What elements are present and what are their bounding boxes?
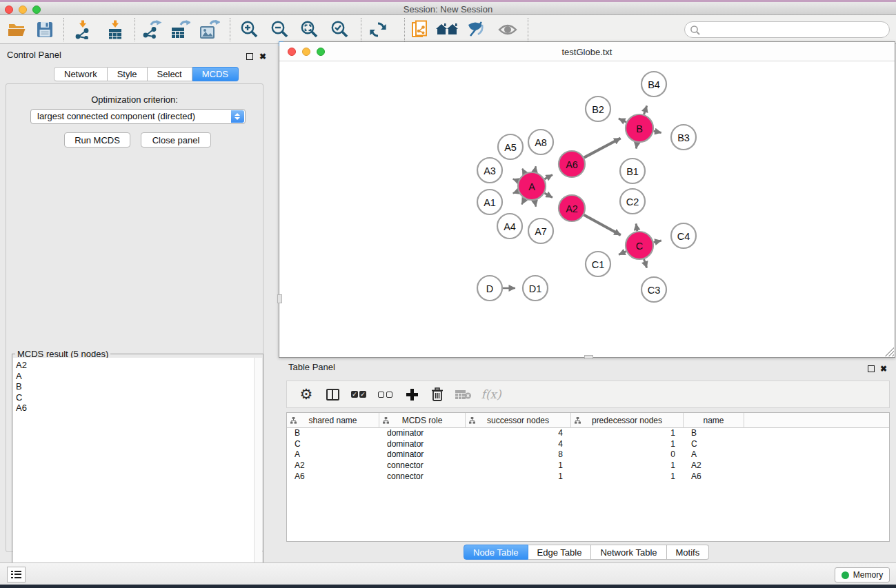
graph-edge-C-C4[interactable] xyxy=(654,241,661,242)
graph-node-B1[interactable]: B1 xyxy=(620,159,645,183)
table-cell[interactable]: 1 xyxy=(571,439,684,450)
graph-node-D1[interactable]: D1 xyxy=(523,276,548,301)
import-network-button[interactable] xyxy=(71,19,94,41)
table-cell[interactable]: 1 xyxy=(571,472,684,483)
graph-node-B4[interactable]: B4 xyxy=(641,72,666,97)
close-panel-button[interactable]: Close panel xyxy=(141,132,211,148)
show-all-button[interactable] xyxy=(496,19,519,41)
graph-node-C3[interactable]: C3 xyxy=(641,277,666,302)
table-panel-close-button[interactable]: ✖ xyxy=(880,362,887,374)
control-panel-close-button[interactable]: ✖ xyxy=(259,50,266,62)
search-input[interactable] xyxy=(703,23,884,37)
table-panel-float-button[interactable] xyxy=(868,363,875,375)
delete-column-button[interactable] xyxy=(426,381,448,407)
graph-node-A7[interactable]: A7 xyxy=(528,219,553,243)
graph-node-C[interactable]: C xyxy=(626,232,653,259)
column-header-MCDS-role[interactable]: MCDS role xyxy=(379,413,466,428)
mcds-result-item[interactable]: A2 xyxy=(16,360,254,371)
graph-node-C4[interactable]: C4 xyxy=(671,223,696,248)
tab-edge-table[interactable]: Edge Table xyxy=(528,545,592,560)
zoom-out-button[interactable] xyxy=(268,19,291,41)
hide-selected-button[interactable] xyxy=(464,19,488,41)
table-row[interactable]: Adominator80A xyxy=(287,449,889,460)
table-cell[interactable]: 0 xyxy=(571,449,684,460)
graph-edge-A-A8[interactable] xyxy=(535,166,536,172)
table-cell[interactable]: 8 xyxy=(466,449,571,460)
graph-edge-B-B2[interactable] xyxy=(619,119,626,122)
deselect-all-button[interactable] xyxy=(374,381,396,407)
graph-edge-C-C3[interactable] xyxy=(644,259,647,268)
table-cell[interactable]: B xyxy=(684,428,744,439)
table-cell[interactable]: A xyxy=(684,449,744,460)
table-cell[interactable]: dominator xyxy=(379,428,466,439)
graph-edge-B-B1[interactable] xyxy=(636,143,637,149)
tab-select[interactable]: Select xyxy=(148,67,192,81)
table-row[interactable]: A2connector11A2 xyxy=(287,460,889,472)
add-column-button[interactable] xyxy=(400,381,424,407)
table-cell[interactable]: 1 xyxy=(571,428,684,439)
graph-node-A3[interactable]: A3 xyxy=(477,158,502,183)
graph-node-A6[interactable]: A6 xyxy=(559,151,585,177)
table-cell[interactable]: B xyxy=(287,428,379,439)
mcds-result-scrollbar[interactable] xyxy=(254,358,262,588)
table-row[interactable]: A6connector11A6 xyxy=(287,472,889,483)
first-neighbors-button[interactable] xyxy=(435,19,459,41)
table-cell[interactable]: C xyxy=(287,439,379,450)
table-cell[interactable]: A xyxy=(287,449,379,460)
graph-edge-A-A2[interactable] xyxy=(544,193,552,197)
graph-edge-B-B3[interactable] xyxy=(654,131,661,132)
graph-edge-A-A1[interactable] xyxy=(513,191,519,193)
tab-network[interactable]: Network xyxy=(54,67,108,81)
graph-node-C1[interactable]: C1 xyxy=(586,252,610,276)
table-cell[interactable]: A6 xyxy=(287,472,379,483)
table-cell[interactable]: C xyxy=(684,439,744,450)
zoom-in-button[interactable] xyxy=(237,19,261,41)
tab-mcds[interactable]: MCDS xyxy=(192,67,239,81)
graph-node-A2[interactable]: A2 xyxy=(559,195,585,221)
tab-style[interactable]: Style xyxy=(108,67,148,81)
graph-edge-A-A4[interactable] xyxy=(521,199,524,204)
graph-node-A5[interactable]: A5 xyxy=(498,134,523,159)
panel-grab-handle-left[interactable] xyxy=(277,294,282,303)
criterion-select[interactable]: largest connected component (directed) xyxy=(30,109,246,124)
graph-edge-A-A7[interactable] xyxy=(535,201,536,207)
run-mcds-button[interactable]: Run MCDS xyxy=(64,132,130,148)
task-history-button[interactable] xyxy=(7,567,26,582)
control-panel-float-button[interactable] xyxy=(246,50,253,63)
apply-function-button[interactable]: f(x) xyxy=(477,381,505,407)
table-cell[interactable]: 4 xyxy=(466,439,571,450)
graph-edge-C-C1[interactable] xyxy=(619,252,626,255)
table-cell[interactable]: A2 xyxy=(287,460,379,472)
table-cell[interactable]: 4 xyxy=(466,428,571,439)
graph-edge-A2-C[interactable] xyxy=(584,215,621,235)
mcds-result-item[interactable]: C xyxy=(16,392,254,403)
network-canvas[interactable]: B4B2BB3A8A5A6A3B1AA1C2A2A4A7C4CC1C3DD1 xyxy=(279,61,895,357)
graph-node-A8[interactable]: A8 xyxy=(528,130,553,154)
export-network-button[interactable] xyxy=(140,19,163,41)
mcds-result-item[interactable]: A6 xyxy=(16,403,254,414)
graph-node-B[interactable]: B xyxy=(626,114,653,142)
tab-network-table[interactable]: Network Table xyxy=(591,545,666,560)
zoom-selected-button[interactable] xyxy=(328,19,351,41)
column-header-name[interactable]: name xyxy=(684,413,744,428)
export-image-button[interactable] xyxy=(198,19,221,41)
table-row[interactable]: Cdominator41C xyxy=(287,439,889,450)
table-settings-button[interactable]: ⚙ xyxy=(295,381,317,407)
table-cell[interactable]: 1 xyxy=(466,472,571,483)
column-header-shared-name[interactable]: shared name xyxy=(287,413,379,428)
clear-table-button[interactable] xyxy=(451,381,476,407)
window-resize-grip[interactable] xyxy=(885,347,894,356)
graph-node-A4[interactable]: A4 xyxy=(497,214,522,239)
graph-node-A[interactable]: A xyxy=(518,172,546,200)
graph-node-A1[interactable]: A1 xyxy=(477,190,502,214)
table-row[interactable]: Bdominator41B xyxy=(287,428,889,439)
save-session-button[interactable] xyxy=(33,19,57,41)
graph-edge-C-C2[interactable] xyxy=(636,224,637,232)
tab-motifs[interactable]: Motifs xyxy=(667,545,710,560)
new-network-button[interactable] xyxy=(408,19,432,41)
graph-edge-A-A3[interactable] xyxy=(513,179,519,181)
select-all-button[interactable]: ✓✓ xyxy=(348,381,370,407)
graph-edge-A-A5[interactable] xyxy=(522,169,525,174)
table-cell[interactable]: A6 xyxy=(684,472,744,483)
show-columns-button[interactable] xyxy=(321,381,344,407)
